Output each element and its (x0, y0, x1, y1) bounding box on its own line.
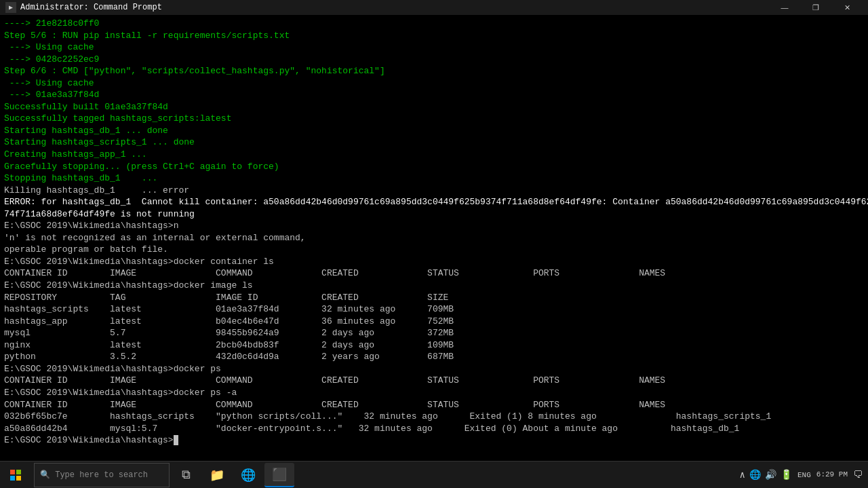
taskbar-chrome[interactable]: 🌐 (233, 463, 263, 487)
taskbar-cmd[interactable]: ⬛ (264, 463, 294, 487)
terminal-line: Gracefully stopping... (press Ctrl+C aga… (4, 161, 864, 173)
svg-rect-0 (10, 470, 15, 474)
terminal-line: Starting hashtags_db_1 ... done (4, 125, 864, 137)
network-icon[interactable]: 🌐 (749, 469, 761, 481)
terminal-line: Successfully built 01ae3a37f84d (4, 101, 864, 113)
titlebar: ▶ Administrator: Command Prompt — ❐ ✕ (0, 0, 868, 15)
terminal-line: hashtags_scripts latest 01ae3a37f84d 32 … (4, 303, 864, 316)
minimize-button[interactable]: — (769, 0, 800, 15)
close-button[interactable]: ✕ (831, 0, 863, 15)
taskbar-task-view[interactable]: ⧉ (171, 463, 201, 487)
terminal-window[interactable]: ----> 21e8218c0ff0Step 5/6 : RUN pip ins… (0, 15, 868, 461)
titlebar-left: ▶ Administrator: Command Prompt (5, 2, 162, 13)
terminal-line: ---> Using cache (4, 41, 864, 54)
task-view-icon: ⧉ (182, 468, 191, 482)
notification-icon[interactable]: 🗨 (853, 470, 863, 481)
terminal-line: Creating hashtags_app_1 ... (4, 149, 864, 161)
terminal-line: REPOSITORY TAG IMAGE ID CREATED SIZE (4, 292, 864, 304)
battery-icon[interactable]: 🔋 (781, 469, 792, 481)
file-explorer-icon: 📁 (210, 468, 224, 483)
terminal-line: E:\GSOC 2019\Wikimedia\hashtags>docker p… (4, 363, 864, 375)
terminal-line: ---> 01ae3a37f84d (4, 89, 864, 101)
maximize-button[interactable]: ❐ (800, 0, 831, 15)
terminal-line: Successfully tagged hashtags_scripts:lat… (4, 113, 864, 125)
terminal-line: Starting hashtags_scripts_1 ... done (4, 136, 864, 149)
lang-indicator[interactable]: ENG (797, 471, 811, 479)
taskbar-apps: 🔍 Type here to search ⧉ 📁 🌐 ⬛ (31, 463, 734, 487)
terminal-line: E:\GSOC 2019\Wikimedia\hashtags>docker p… (4, 387, 864, 399)
terminal-line: E:\GSOC 2019\Wikimedia\hashtags>n (4, 220, 864, 232)
terminal-line: Stopping hashtags_db_1 ... (4, 172, 864, 185)
terminal-line: CONTAINER ID IMAGE COMMAND CREATED STATU… (4, 267, 864, 280)
titlebar-title: Administrator: Command Prompt (20, 3, 162, 12)
terminal-line: E:\GSOC 2019\Wikimedia\hashtags>docker i… (4, 280, 864, 292)
terminal-line: ---> Using cache (4, 77, 864, 90)
terminal-line: E:\GSOC 2019\Wikimedia\hashtags> (4, 434, 864, 447)
terminal-line: 032b6f65bc7e hashtags_scripts "python sc… (4, 411, 864, 423)
chrome-icon: 🌐 (241, 468, 256, 483)
terminal-line: ----> 21e8218c0ff0 (4, 18, 864, 30)
terminal-line: ---> 0428c2252ec9 (4, 54, 864, 66)
start-button[interactable] (0, 462, 31, 489)
svg-rect-3 (16, 476, 21, 481)
terminal-line: a50a86dd42b4 mysql:5.7 "docker-entrypoin… (4, 423, 864, 435)
terminal-line: CONTAINER ID IMAGE COMMAND CREATED STATU… (4, 375, 864, 387)
terminal-line: python 3.5.2 432d0c6d4d9a 2 years ago 68… (4, 351, 864, 363)
taskbar: 🔍 Type here to search ⧉ 📁 🌐 ⬛ ∧ 🌐 🔊 🔋 EN… (0, 461, 868, 488)
taskbar-file-explorer[interactable]: 📁 (202, 463, 232, 487)
titlebar-icon: ▶ (5, 2, 16, 13)
terminal-line: 'n' is not recognized as an internal or … (4, 232, 864, 244)
volume-icon[interactable]: 🔊 (765, 469, 776, 481)
taskbar-search[interactable]: 🔍 Type here to search (34, 463, 170, 487)
clock[interactable]: 6:29 PM (816, 470, 848, 479)
system-tray: ∧ 🌐 🔊 🔋 (740, 469, 792, 481)
svg-rect-1 (16, 470, 21, 474)
titlebar-controls: — ❐ ✕ (769, 0, 863, 15)
terminal-line: hashtags_app latest b04ec4b6e47d 36 minu… (4, 316, 864, 328)
terminal-line: Step 6/6 : CMD ["python", "scripts/colle… (4, 65, 864, 77)
cmd-icon: ⬛ (272, 467, 287, 482)
terminal-line: CONTAINER ID IMAGE COMMAND CREATED STATU… (4, 399, 864, 411)
terminal-line: mysql 5.7 98455b9624a9 2 days ago 372MB (4, 327, 864, 339)
terminal-line: Step 5/6 : RUN pip install -r requiremen… (4, 30, 864, 42)
chevron-up-icon[interactable]: ∧ (740, 469, 745, 481)
terminal-line: ERROR: for hashtags_db_1 Cannot kill con… (4, 196, 864, 220)
svg-rect-2 (10, 476, 15, 481)
terminal-line: E:\GSOC 2019\Wikimedia\hashtags>docker c… (4, 256, 864, 268)
terminal-line: nginx latest 2bcb04bdb83f 2 days ago 109… (4, 339, 864, 352)
time-display: 6:29 PM (816, 470, 848, 479)
terminal-line: operable program or batch file. (4, 244, 864, 256)
terminal-line: Killing hashtags_db_1 ... error (4, 185, 864, 197)
taskbar-right: ∧ 🌐 🔊 🔋 ENG 6:29 PM 🗨 (734, 469, 868, 481)
